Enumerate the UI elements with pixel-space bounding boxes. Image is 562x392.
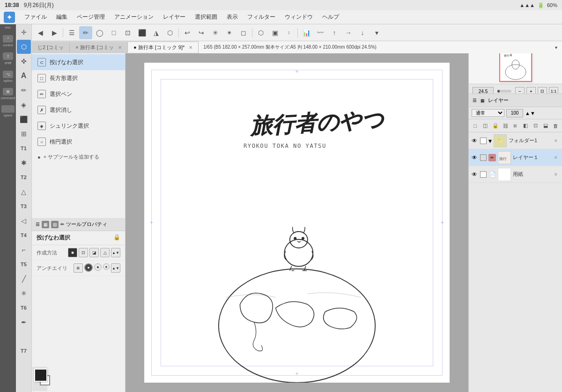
tool-t7[interactable]: T7 [17, 344, 31, 358]
zoom-slider[interactable] [497, 90, 511, 93]
layer-folder-eye[interactable]: 👁 [471, 137, 478, 145]
tool-select[interactable]: ⬡ [17, 40, 31, 54]
method-btn-2[interactable]: ⊡ [79, 248, 88, 257]
tool-sun[interactable]: ✳ [17, 286, 31, 300]
lock-icon[interactable]: 🔒 [113, 234, 120, 240]
tool-t5[interactable]: T5 [17, 257, 31, 271]
tool-star[interactable]: ✱ [17, 156, 31, 170]
menu-page[interactable]: ページ管理 [73, 12, 109, 22]
anti-btn-3[interactable]: ● [94, 263, 102, 271]
toolbar-ruler[interactable]: □ [107, 26, 120, 39]
toolbar-move[interactable]: ▣ [268, 26, 281, 39]
subtool-item-rect[interactable]: □ 長方形選択 [32, 70, 125, 86]
subtool-item-ellipse[interactable]: ○ 楕円選択 [32, 134, 125, 150]
menu-selection[interactable]: 選択範囲 [191, 12, 221, 22]
anti-btn-arrow[interactable]: ▲▼ [111, 263, 120, 273]
method-btn-4[interactable]: △ [100, 248, 110, 257]
tool-curve[interactable]: ◁ [17, 214, 31, 228]
layer-paper-check[interactable] [480, 171, 487, 178]
layer-lock-btn[interactable]: 🔒 [492, 121, 499, 131]
layer-paper-menu[interactable]: ≡ [555, 172, 560, 177]
tool-t2[interactable]: T2 [17, 170, 31, 184]
method-btn-arrow[interactable]: ▲▼ [111, 248, 120, 257]
toolbar-3d[interactable]: ◮ [149, 26, 163, 39]
layer-folder-expand[interactable]: ▾ [488, 137, 492, 145]
toolbar-nav-back[interactable]: ◀ [34, 26, 47, 39]
toolbar-arrow-down[interactable]: ↓ [356, 26, 369, 39]
color-foreground[interactable] [34, 369, 47, 382]
layer-new-btn[interactable]: □ [472, 121, 479, 131]
tab-2-close[interactable]: ✕ [118, 45, 122, 50]
toolbar-nav-fwd[interactable]: ▶ [48, 26, 61, 39]
subtool-add-button[interactable]: ● + サブツールを追加する [32, 150, 125, 164]
layer-new-vector-btn[interactable]: ◫ [481, 121, 488, 131]
toolbar-crop[interactable]: ◻ [237, 26, 250, 39]
anti-btn-4[interactable]: ● [103, 263, 110, 270]
tool-grid[interactable]: ⊞ [17, 127, 31, 141]
tab-1[interactable]: じ2 [コミッ [32, 42, 70, 53]
tab-3-close[interactable]: ✕ [189, 45, 192, 50]
tool-text[interactable]: A [17, 69, 31, 83]
toolbar-transform2[interactable]: ⬡ [254, 26, 267, 39]
toolbar-undo[interactable]: ↩ [181, 26, 194, 39]
layer-copy-btn[interactable]: ⊡ [532, 121, 539, 131]
tool-fill[interactable]: ⬛ [17, 112, 31, 126]
menu-filter[interactable]: フィルター [244, 12, 279, 22]
subtool-item-selerase[interactable]: ✗ 選択消し [32, 102, 125, 118]
menu-layer[interactable]: レイヤー [159, 12, 189, 22]
tool-needle[interactable]: ╱ [17, 272, 31, 286]
subtool-item-selpen[interactable]: ✏ 選択ペン [32, 86, 125, 102]
toolbar-arrow-right[interactable]: → [342, 26, 355, 39]
tab-2[interactable]: × 旅行本 [コミッ ✕ [70, 42, 128, 53]
anti-btn-2[interactable]: ● [84, 263, 93, 272]
toolbar-more[interactable]: ▾ [370, 26, 383, 39]
layer-link-btn[interactable]: ⛓ [502, 121, 509, 131]
toolbar-menu[interactable]: ☰ [65, 26, 78, 39]
canvas-area[interactable]: + + + + 旅行者のやつ RYOKOU TOKA NO YATSU [126, 53, 468, 392]
layer-folder-menu[interactable]: ≡ [555, 138, 560, 144]
toolbar-wave[interactable]: 〰 [314, 26, 327, 39]
tool-pen[interactable]: △ [17, 185, 31, 199]
tool-t6[interactable]: T6 [17, 301, 31, 315]
layer-item-paint[interactable]: 👁 ✏ 旅行 レイヤー１ ≡ [469, 149, 562, 166]
key-control[interactable]: ⌃ control [0, 32, 16, 50]
key-option[interactable]: ⌥ option [0, 68, 16, 85]
subtool-item-shrink[interactable]: ◈ シュリンク選択 [32, 118, 125, 134]
layer-delete-btn[interactable]: 🗑 [552, 121, 559, 131]
method-btn-3[interactable]: ◪ [89, 248, 99, 257]
tool-t4[interactable]: T4 [17, 228, 31, 242]
menu-view[interactable]: 表示 [223, 12, 242, 22]
anti-btn-1[interactable]: ⊕ [74, 263, 83, 273]
toolbar-flip[interactable]: ↕ [282, 26, 296, 39]
toolbar-import[interactable]: ⬛ [135, 26, 148, 39]
menu-help[interactable]: ヘルプ [318, 12, 343, 22]
method-btn-1[interactable]: ■ [68, 248, 77, 257]
toolbar-auto[interactable]: ✳ [209, 26, 222, 39]
key-space[interactable]: space [0, 102, 16, 120]
key-command[interactable]: ⌘ command [0, 85, 16, 102]
layer-clip-btn[interactable]: ◧ [522, 121, 529, 131]
tool-t1[interactable]: T1 [17, 141, 31, 155]
layer-paper-eye[interactable]: 👁 [471, 171, 478, 178]
toolbar-arrow-up[interactable]: ↑ [328, 26, 341, 39]
layer-item-folder[interactable]: 👁 ▾ 📁 フォルダー1 ≡ [469, 132, 562, 149]
toolbar-material[interactable]: ⬡ [163, 26, 177, 39]
tool-pencil[interactable]: ✒ [17, 315, 31, 329]
toolbar-transform[interactable]: ◯ [93, 26, 106, 39]
blend-mode-select[interactable]: 通常 [472, 109, 504, 117]
tool-arrow[interactable]: ✛ [17, 25, 31, 39]
layer-paint-menu[interactable]: ≡ [555, 155, 560, 160]
toolbar-auto2[interactable]: ✴ [223, 26, 236, 39]
menu-animation[interactable]: アニメーション [111, 12, 157, 22]
tool-brush[interactable]: ✏ [17, 83, 31, 97]
doc-info-expand[interactable]: ▾ [555, 45, 557, 50]
layer-ref-btn[interactable]: ⊞ [512, 121, 519, 131]
menu-window[interactable]: ウィンドウ [281, 12, 317, 22]
key-shift[interactable]: ⇧ shift [0, 50, 16, 68]
tool-t3[interactable]: T3 [17, 199, 31, 213]
toolbar-redo[interactable]: ↪ [195, 26, 208, 39]
opacity-input[interactable] [506, 109, 523, 117]
layer-folder-check[interactable] [480, 138, 487, 144]
menu-edit[interactable]: 編集 [52, 12, 71, 22]
tool-hook[interactable]: ⌐ [17, 243, 31, 257]
